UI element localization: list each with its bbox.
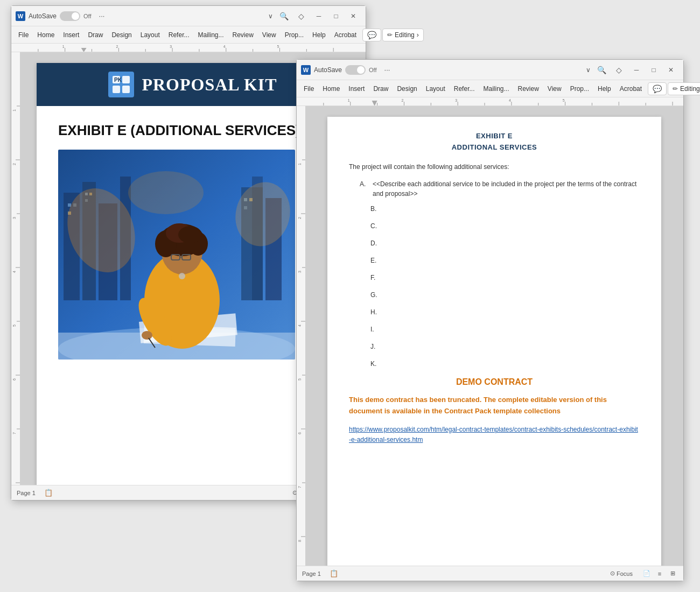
more-button-2[interactable]: ··· (382, 65, 393, 75)
svg-text:3: 3 (455, 98, 457, 102)
ribbon-tab-help-2[interactable]: Help (594, 83, 615, 94)
svg-text:8: 8 (298, 540, 302, 542)
v-ruler-2: 1 2 3 4 5 6 7 8 (297, 106, 305, 566)
svg-rect-39 (122, 86, 130, 93)
status-bar-2: Page 1 📋 ⊙ Focus 📄 ≡ ⊞ (297, 566, 683, 581)
ribbon-tab-references-1[interactable]: Refer... (165, 30, 193, 40)
chevron-2[interactable]: ∨ (586, 66, 591, 74)
ribbon-tab-mailings-1[interactable]: Mailing... (194, 30, 227, 40)
demo-contract-text: This demo contract has been truncated. T… (349, 394, 640, 417)
ribbon-tab-draw-2[interactable]: Draw (369, 83, 392, 94)
svg-point-75 (179, 273, 185, 279)
ribbon-tab-file-2[interactable]: File (300, 83, 318, 94)
ribbon-tab-file-1[interactable]: File (15, 30, 32, 40)
minimize-button-1[interactable]: ─ (311, 10, 327, 22)
doc-with-vruler-2: 1 2 3 4 5 6 7 8 EXHIBIT E ADDITIONAL SER… (297, 106, 683, 566)
toggle-state-1: Off (83, 13, 91, 19)
ribbon-tab-layout-2[interactable]: Layout (422, 83, 449, 94)
word-logo-icon-2: W (301, 65, 311, 75)
pk-title-text: PROPOSAL KIT (142, 75, 277, 95)
read-icon-2[interactable]: 📋 (330, 569, 338, 577)
ribbon-tab-insert-2[interactable]: Insert (345, 83, 368, 94)
maximize-button-2[interactable]: □ (646, 64, 662, 76)
svg-text:2: 2 (12, 163, 16, 165)
close-button-1[interactable]: ✕ (345, 10, 361, 22)
focus-btn-2[interactable]: ⊙ Focus (610, 570, 633, 577)
svg-rect-79 (297, 97, 683, 106)
svg-text:6: 6 (12, 378, 16, 380)
svg-text:7: 7 (298, 486, 302, 488)
close-button-2[interactable]: ✕ (663, 64, 679, 76)
toggle-knob-2 (357, 66, 365, 74)
title-bar-1: W AutoSave Off ··· ∨ 🔍 ◇ ─ □ ✕ (11, 6, 366, 26)
ribbon-display-icon-2[interactable]: ◇ (613, 64, 625, 76)
pencil-icon-1: ✏ (387, 31, 393, 39)
ribbon-tab-design-2[interactable]: Design (393, 83, 421, 94)
list-item: F. (370, 274, 640, 281)
ribbon-tab-review-1[interactable]: Review (229, 30, 257, 40)
list-item: H. (370, 308, 640, 316)
maximize-button-1[interactable]: □ (328, 10, 344, 22)
ribbon-tab-design-1[interactable]: Design (108, 30, 135, 40)
chevron-1[interactable]: ∨ (268, 12, 273, 20)
editing-button-2[interactable]: ✏ Editing › (668, 82, 700, 95)
ribbon-tab-references-2[interactable]: Refer... (450, 83, 479, 94)
ribbon-tab-props-1[interactable]: Prop... (281, 30, 307, 40)
editing-button-1[interactable]: ✏ Editing › (382, 29, 424, 41)
svg-rect-37 (122, 76, 130, 83)
ribbon-tab-layout-1[interactable]: Layout (137, 30, 164, 40)
view-icon-outline-2[interactable]: ≡ (654, 569, 665, 578)
list-item: D. (370, 239, 640, 247)
pencil-icon-2: ✏ (673, 85, 678, 93)
minimize-button-2[interactable]: ─ (628, 64, 645, 76)
svg-text:4: 4 (12, 271, 16, 273)
comment-icon-1: 💬 (367, 31, 376, 39)
ribbon-tab-props-2[interactable]: Prop... (566, 83, 593, 94)
ribbon-display-icon-1[interactable]: ◇ (295, 10, 307, 22)
svg-text:5: 5 (298, 378, 302, 380)
ribbon-tab-mailings-2[interactable]: Mailing... (479, 83, 513, 94)
list-label-a: A. (360, 179, 369, 199)
demo-contract-link[interactable]: https://www.proposalkit.com/htm/legal-co… (349, 425, 640, 445)
svg-text:1: 1 (298, 163, 302, 165)
more-button-1[interactable]: ··· (97, 11, 107, 21)
svg-text:3: 3 (170, 45, 172, 48)
view-icon-print-2[interactable]: 📄 (641, 569, 652, 578)
ribbon-tab-acrobat-2[interactable]: Acrobat (616, 83, 646, 94)
read-icon-1[interactable]: 📋 (44, 489, 53, 497)
ribbon-tab-insert-1[interactable]: Insert (59, 30, 83, 40)
ribbon-tab-draw-1[interactable]: Draw (84, 30, 107, 40)
ribbon-tab-view-2[interactable]: View (544, 83, 565, 94)
ribbon-tab-home-1[interactable]: Home (33, 30, 58, 40)
ribbon-tab-help-1[interactable]: Help (309, 30, 330, 40)
ruler-2: 1 2 3 4 5 (297, 97, 683, 106)
doc-content-w2: EXHIBIT E ADDITIONAL SERVICES The projec… (327, 117, 661, 461)
exhibit-title-w1: EXHIBIT E (ADDITIONAL SERVICES) (58, 122, 327, 139)
autosave-toggle-2[interactable] (345, 65, 366, 75)
editing-chevron-1: › (417, 31, 419, 39)
list-item: C. (370, 222, 640, 230)
doc-area-2: 1 2 3 4 5 6 7 8 EXHIBIT E ADDITIONAL SER… (297, 106, 683, 566)
list-items-container: A. <<Describe each additional service to… (360, 179, 640, 368)
word-window-2: W AutoSave Off ··· ∨ 🔍 ◇ ─ □ ✕ File Home… (296, 59, 684, 581)
ribbon-tab-view-1[interactable]: View (258, 30, 280, 40)
svg-text:6: 6 (298, 432, 302, 434)
svg-rect-38 (113, 86, 120, 93)
ribbon-2: File Home Insert Draw Design Layout Refe… (297, 80, 683, 97)
ribbon-tab-acrobat-1[interactable]: Acrobat (331, 30, 360, 40)
comment-icon-2: 💬 (653, 84, 662, 93)
svg-text:3: 3 (298, 271, 302, 273)
ribbon-tab-home-2[interactable]: Home (319, 83, 344, 94)
ribbon-tab-review-2[interactable]: Review (514, 83, 543, 94)
svg-text:1: 1 (348, 98, 350, 102)
window-controls-1: ─ □ ✕ (311, 10, 361, 22)
autosave-toggle-1[interactable] (60, 11, 80, 21)
comment-button-1[interactable]: 💬 (362, 29, 381, 41)
comment-button-2[interactable]: 💬 (648, 82, 667, 95)
list-item: I. (370, 326, 640, 333)
svg-text:5: 5 (277, 45, 279, 48)
view-icon-web-2[interactable]: ⊞ (667, 569, 678, 578)
search-icon-1[interactable]: 🔍 (276, 10, 292, 22)
search-icon-2[interactable]: 🔍 (594, 64, 610, 76)
title-bar-2: W AutoSave Off ··· ∨ 🔍 ◇ ─ □ ✕ (297, 60, 683, 80)
